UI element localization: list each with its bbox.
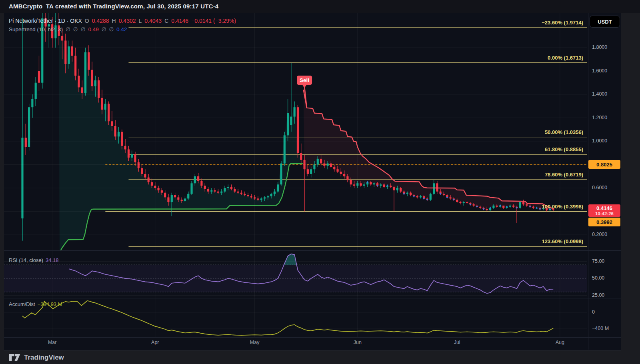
tradingview-logo[interactable]: TradingView: [9, 354, 64, 362]
tradingview-logo-icon: [9, 354, 21, 362]
legend-item: O: [85, 18, 89, 24]
currency-toggle-button[interactable]: USDT: [590, 16, 620, 28]
alert-price-badge-0-3992: 0.3992: [588, 218, 620, 226]
legend-item: C: [164, 18, 168, 24]
rsi-legend[interactable]: RSI (14, close)34.18: [9, 257, 59, 263]
chart-canvas[interactable]: [4, 13, 621, 350]
accum-dist-label: Accum/Dist: [9, 301, 35, 307]
symbol-legend[interactable]: Pi Network/Tether · 1D · OKXO0.4288H0.43…: [9, 18, 239, 24]
snapshot-title-bar: AMBCrypto_TA created with TradingView.co…: [0, 0, 640, 13]
tradingview-chart-snapshot: AMBCrypto_TA created with TradingView.co…: [0, 0, 640, 364]
accum-dist-value: −384.93 M: [38, 301, 62, 307]
alert-price-badge-0-8025: 0.8025: [588, 160, 620, 169]
legend-item: ∅: [66, 26, 70, 32]
legend-item: L: [139, 18, 142, 24]
legend-item: H: [112, 18, 116, 24]
legend-item: Supertrend (10, hl2, 3): [9, 26, 63, 32]
snapshot-title: AMBCrypto_TA created with TradingView.co…: [9, 3, 218, 10]
legend-item: ∅: [81, 26, 86, 32]
bar-countdown: 10:42:26: [595, 211, 614, 216]
rsi-label: RSI (14, close): [9, 257, 43, 263]
legend-item: −0.0141 (−3.29%): [191, 18, 236, 24]
price-axis[interactable]: [588, 13, 621, 350]
legend-item: 0.4302: [119, 18, 136, 24]
legend-item: 0.42: [116, 26, 127, 32]
rsi-value: 34.18: [46, 257, 59, 263]
legend-item: 0.49: [88, 26, 98, 32]
legend-item: ∅: [102, 26, 106, 32]
legend-item: Pi Network/Tether · 1D · OKX: [9, 18, 82, 24]
legend-item: 0.4043: [144, 18, 162, 24]
last-price-value: 0.4146: [596, 206, 612, 211]
legend-item: ∅: [73, 26, 78, 32]
legend-item: 0.4146: [171, 18, 188, 24]
supertrend-legend[interactable]: Supertrend (10, hl2, 3)∅∅∅0.49∅∅0.42: [9, 26, 130, 32]
legend-item: 0.4288: [92, 18, 109, 24]
tradingview-logo-text: TradingView: [24, 354, 64, 362]
last-price-badge: 0.4146 10:42:26: [588, 204, 620, 217]
accum-dist-legend[interactable]: Accum/Dist−384.93 M: [9, 301, 62, 307]
legend-item: ∅: [109, 26, 114, 32]
